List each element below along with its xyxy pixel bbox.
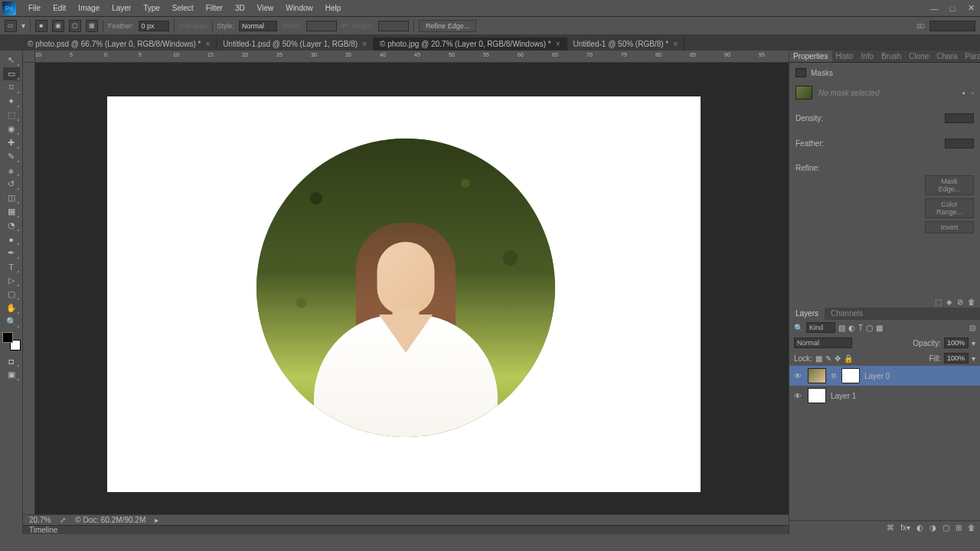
adjustment-layer-icon[interactable]: ◑: [929, 523, 936, 532]
dropdown-icon[interactable]: ▾: [21, 21, 25, 30]
menu-help[interactable]: Help: [319, 2, 348, 15]
filter-icon[interactable]: 🔍: [794, 324, 803, 332]
layer-name[interactable]: Layer 1: [831, 392, 856, 400]
close-tab-icon[interactable]: ×: [673, 40, 678, 48]
lock-all-icon[interactable]: 🔒: [844, 354, 853, 363]
apply-mask-icon[interactable]: ◈: [946, 298, 952, 306]
lasso-tool[interactable]: ⌑: [3, 81, 20, 94]
close-tab-icon[interactable]: ×: [362, 40, 367, 48]
blur-tool[interactable]: ◔: [3, 219, 20, 232]
blend-mode-select[interactable]: [794, 337, 852, 348]
filter-shape-icon[interactable]: ▢: [866, 324, 873, 332]
filter-toggle[interactable]: ⊟: [969, 324, 975, 332]
expand-icon[interactable]: ⤢: [60, 516, 66, 524]
invert-button[interactable]: Invert: [925, 221, 974, 233]
opacity-input[interactable]: [944, 337, 969, 348]
close-tab-icon[interactable]: ×: [206, 40, 211, 48]
selection-add-icon[interactable]: ▣: [52, 20, 64, 32]
document-tab[interactable]: © photo.psd @ 66.7% (Layer 0, RGB/8/Wind…: [21, 37, 217, 51]
tool-preset-icon[interactable]: ▭: [5, 20, 17, 32]
crop-tool[interactable]: ⬚: [3, 109, 20, 122]
panel-tab-info[interactable]: Info: [857, 51, 877, 62]
fill-input[interactable]: [944, 353, 969, 364]
menu-select[interactable]: Select: [166, 2, 200, 15]
load-selection-icon[interactable]: ⬚: [935, 298, 942, 306]
filter-pixel-icon[interactable]: ▧: [838, 324, 845, 332]
visibility-icon[interactable]: 👁: [794, 372, 803, 380]
eyedropper-tool[interactable]: ◉: [3, 122, 20, 135]
close-tab-icon[interactable]: ×: [556, 40, 560, 48]
layer-fx-icon[interactable]: fx▾: [900, 523, 910, 532]
eraser-tool[interactable]: ◫: [3, 191, 20, 204]
shape-tool[interactable]: ▢: [3, 288, 20, 301]
style-select[interactable]: [239, 21, 277, 31]
lock-position-icon[interactable]: ✥: [835, 354, 841, 363]
zoom-level[interactable]: 20.7%: [29, 516, 51, 524]
canvas-area[interactable]: 1050510152025303540455055606570758085909…: [23, 51, 789, 534]
selection-intersect-icon[interactable]: ▦: [86, 20, 98, 32]
minimize-button[interactable]: —: [925, 2, 943, 15]
menu-file[interactable]: File: [22, 2, 47, 15]
new-layer-icon[interactable]: ⊞: [956, 523, 962, 532]
antialias-checkbox[interactable]: Anti-alias: [179, 22, 207, 30]
layers-tab-channels[interactable]: Channels: [825, 308, 869, 320]
menu-image[interactable]: Image: [72, 2, 106, 15]
pen-tool[interactable]: ✒: [3, 246, 20, 259]
filter-kind[interactable]: [806, 322, 835, 333]
hand-tool[interactable]: ✋: [3, 302, 20, 315]
refine-edge-button[interactable]: Refine Edge...: [419, 20, 476, 32]
link-icon[interactable]: ⛓: [831, 373, 837, 380]
feather-input[interactable]: [139, 21, 169, 31]
menu-layer[interactable]: Layer: [106, 2, 137, 15]
screen-mode-tool[interactable]: ▣: [3, 368, 20, 381]
selection-subtract-icon[interactable]: ▢: [69, 20, 81, 32]
menu-edit[interactable]: Edit: [47, 2, 72, 15]
layer-row[interactable]: 👁Layer 1: [789, 386, 980, 406]
history-brush-tool[interactable]: ↺: [3, 178, 20, 191]
type-tool[interactable]: T: [3, 260, 20, 273]
delete-layer-icon[interactable]: 🗑: [968, 523, 975, 532]
panel-tab-brush[interactable]: Brush: [877, 51, 905, 62]
panel-tab-parag[interactable]: Parag: [962, 51, 980, 62]
lock-pixels-icon[interactable]: ✎: [825, 354, 831, 363]
mode-3d-select[interactable]: [929, 21, 975, 31]
pixel-mask-icon[interactable]: ▪: [962, 89, 965, 97]
group-icon[interactable]: ▢: [942, 523, 949, 532]
disable-mask-icon[interactable]: ⊘: [957, 298, 963, 306]
maximize-button[interactable]: □: [943, 2, 962, 15]
mode-3d-label[interactable]: 3D: [916, 22, 925, 30]
document-canvas[interactable]: [107, 96, 701, 492]
mask-thumbnail[interactable]: [841, 368, 860, 383]
vector-mask-icon[interactable]: ▫: [971, 89, 974, 97]
selection-new-icon[interactable]: ■: [35, 20, 47, 32]
gradient-tool[interactable]: ▦: [3, 205, 20, 218]
arrow-icon[interactable]: ▸: [155, 516, 158, 524]
timeline-label[interactable]: Timeline: [29, 526, 57, 534]
color-range-button[interactable]: Color Range...: [925, 198, 974, 218]
layers-tab-layers[interactable]: Layers: [789, 308, 825, 320]
document-tab[interactable]: Untitled-1.psd @ 50% (Layer 1, RGB/8)×: [217, 37, 374, 51]
color-swatches[interactable]: [2, 332, 21, 350]
menu-filter[interactable]: Filter: [200, 2, 229, 15]
link-layers-icon[interactable]: ⌘: [887, 523, 894, 532]
menu-type[interactable]: Type: [137, 2, 166, 15]
menu-window[interactable]: Window: [279, 2, 319, 15]
dropdown-icon[interactable]: ▾: [972, 354, 975, 363]
brush-tool[interactable]: ✎: [3, 150, 20, 163]
mask-mode-icon[interactable]: [795, 68, 806, 77]
layer-mask-icon[interactable]: ◐: [916, 523, 923, 532]
delete-mask-icon[interactable]: 🗑: [968, 298, 975, 306]
marquee-tool[interactable]: ▭: [3, 67, 20, 80]
filter-type-icon[interactable]: T: [858, 324, 863, 332]
document-tab[interactable]: Untitled-1 @ 50% (RGB/8) *×: [567, 37, 684, 51]
panel-tab-histo[interactable]: Histo: [832, 51, 858, 62]
document-tab[interactable]: © photo.jpg @ 20.7% (Layer 0, RGB/8/Wind…: [374, 37, 567, 51]
layer-thumbnail[interactable]: [808, 368, 826, 383]
dropdown-icon[interactable]: ▾: [972, 339, 975, 347]
filter-smart-icon[interactable]: ▦: [876, 324, 883, 332]
swap-icon[interactable]: ⇄: [341, 21, 348, 30]
close-button[interactable]: ✕: [962, 2, 980, 15]
panel-tab-clone[interactable]: Clone: [905, 51, 933, 62]
magic-wand-tool[interactable]: ✦: [3, 95, 20, 108]
stamp-tool[interactable]: ⎈: [3, 164, 20, 177]
